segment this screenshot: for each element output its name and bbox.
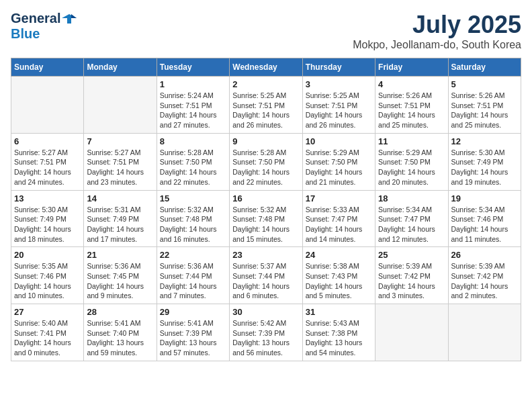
day-number: 24 [306, 250, 372, 260]
calendar-cell: 14Sunrise: 5:31 AM Sunset: 7:49 PM Dayli… [84, 190, 157, 247]
weekday-header-monday: Monday [84, 58, 157, 77]
day-detail: Sunrise: 5:26 AM Sunset: 7:51 PM Dayligh… [451, 91, 518, 130]
calendar-cell: 10Sunrise: 5:29 AM Sunset: 7:50 PM Dayli… [302, 133, 375, 190]
weekday-header-tuesday: Tuesday [157, 58, 229, 77]
day-number: 1 [160, 79, 226, 89]
calendar-week-1: 1Sunrise: 5:24 AM Sunset: 7:51 PM Daylig… [11, 77, 521, 134]
day-number: 28 [87, 307, 153, 317]
day-detail: Sunrise: 5:41 AM Sunset: 7:40 PM Dayligh… [87, 318, 153, 358]
calendar-cell: 23Sunrise: 5:37 AM Sunset: 7:44 PM Dayli… [230, 247, 302, 304]
weekday-header-wednesday: Wednesday [230, 58, 302, 77]
day-detail: Sunrise: 5:35 AM Sunset: 7:46 PM Dayligh… [14, 261, 81, 301]
day-number: 21 [87, 250, 153, 260]
day-number: 25 [378, 250, 445, 260]
weekday-header-thursday: Thursday [302, 58, 375, 77]
day-detail: Sunrise: 5:28 AM Sunset: 7:50 PM Dayligh… [160, 148, 226, 187]
calendar-table: SundayMondayTuesdayWednesdayThursdayFrid… [11, 58, 521, 361]
calendar-cell: 30Sunrise: 5:42 AM Sunset: 7:39 PM Dayli… [230, 304, 302, 361]
day-detail: Sunrise: 5:27 AM Sunset: 7:51 PM Dayligh… [14, 148, 81, 187]
day-number: 10 [306, 136, 372, 146]
calendar-cell: 24Sunrise: 5:38 AM Sunset: 7:43 PM Dayli… [302, 247, 375, 304]
day-detail: Sunrise: 5:32 AM Sunset: 7:48 PM Dayligh… [160, 205, 226, 244]
calendar-week-3: 13Sunrise: 5:30 AM Sunset: 7:49 PM Dayli… [11, 190, 521, 247]
calendar-header-row: SundayMondayTuesdayWednesdayThursdayFrid… [11, 58, 521, 77]
calendar-cell [84, 77, 157, 134]
day-detail: Sunrise: 5:36 AM Sunset: 7:45 PM Dayligh… [87, 261, 153, 301]
day-detail: Sunrise: 5:40 AM Sunset: 7:41 PM Dayligh… [14, 318, 81, 358]
calendar-cell: 11Sunrise: 5:29 AM Sunset: 7:50 PM Dayli… [375, 133, 448, 190]
calendar-cell: 6Sunrise: 5:27 AM Sunset: 7:51 PM Daylig… [11, 133, 84, 190]
day-number: 12 [451, 136, 518, 146]
day-number: 29 [160, 307, 226, 317]
day-number: 6 [14, 136, 81, 146]
location: Mokpo, Jeollanam-do, South Korea [353, 39, 521, 51]
day-number: 9 [232, 136, 299, 146]
day-number: 11 [378, 136, 445, 146]
day-detail: Sunrise: 5:29 AM Sunset: 7:50 PM Dayligh… [306, 148, 372, 187]
day-detail: Sunrise: 5:38 AM Sunset: 7:43 PM Dayligh… [306, 261, 372, 301]
day-number: 5 [451, 79, 518, 89]
calendar-cell: 16Sunrise: 5:32 AM Sunset: 7:48 PM Dayli… [230, 190, 302, 247]
day-number: 7 [87, 136, 153, 146]
calendar-cell: 22Sunrise: 5:36 AM Sunset: 7:44 PM Dayli… [157, 247, 229, 304]
day-detail: Sunrise: 5:27 AM Sunset: 7:51 PM Dayligh… [87, 148, 153, 187]
day-detail: Sunrise: 5:24 AM Sunset: 7:51 PM Dayligh… [160, 91, 226, 130]
calendar-cell: 15Sunrise: 5:32 AM Sunset: 7:48 PM Dayli… [157, 190, 229, 247]
month-title: July 2025 [353, 11, 521, 39]
day-number: 13 [14, 193, 81, 203]
day-number: 31 [306, 307, 372, 317]
calendar-cell [448, 304, 521, 361]
day-number: 17 [306, 193, 372, 203]
calendar-cell: 18Sunrise: 5:34 AM Sunset: 7:47 PM Dayli… [375, 190, 448, 247]
logo-blue: Blue [11, 26, 40, 41]
day-detail: Sunrise: 5:32 AM Sunset: 7:48 PM Dayligh… [232, 205, 299, 244]
day-number: 27 [14, 307, 81, 317]
day-number: 22 [160, 250, 226, 260]
day-number: 16 [232, 193, 299, 203]
page-header: General Blue July 2025 Mokpo, Jeollanam-… [11, 11, 521, 51]
svg-marker-0 [62, 14, 77, 24]
weekday-header-saturday: Saturday [448, 58, 521, 77]
day-detail: Sunrise: 5:41 AM Sunset: 7:39 PM Dayligh… [160, 318, 226, 358]
day-detail: Sunrise: 5:42 AM Sunset: 7:39 PM Dayligh… [232, 318, 299, 358]
logo-general: General [11, 11, 60, 26]
logo: General Blue [11, 11, 77, 42]
calendar-cell: 25Sunrise: 5:39 AM Sunset: 7:42 PM Dayli… [375, 247, 448, 304]
day-number: 23 [232, 250, 299, 260]
day-detail: Sunrise: 5:33 AM Sunset: 7:47 PM Dayligh… [306, 205, 372, 244]
svg-marker-1 [71, 14, 77, 18]
calendar-cell: 20Sunrise: 5:35 AM Sunset: 7:46 PM Dayli… [11, 247, 84, 304]
day-number: 30 [232, 307, 299, 317]
day-number: 15 [160, 193, 226, 203]
calendar-cell: 17Sunrise: 5:33 AM Sunset: 7:47 PM Dayli… [302, 190, 375, 247]
calendar-cell: 29Sunrise: 5:41 AM Sunset: 7:39 PM Dayli… [157, 304, 229, 361]
day-detail: Sunrise: 5:31 AM Sunset: 7:49 PM Dayligh… [87, 205, 153, 244]
calendar-cell: 2Sunrise: 5:25 AM Sunset: 7:51 PM Daylig… [230, 77, 302, 134]
weekday-header-friday: Friday [375, 58, 448, 77]
calendar-cell: 26Sunrise: 5:39 AM Sunset: 7:42 PM Dayli… [448, 247, 521, 304]
calendar-cell: 21Sunrise: 5:36 AM Sunset: 7:45 PM Dayli… [84, 247, 157, 304]
calendar-cell: 31Sunrise: 5:43 AM Sunset: 7:38 PM Dayli… [302, 304, 375, 361]
calendar-cell: 12Sunrise: 5:30 AM Sunset: 7:49 PM Dayli… [448, 133, 521, 190]
day-detail: Sunrise: 5:26 AM Sunset: 7:51 PM Dayligh… [378, 91, 445, 130]
calendar-cell: 5Sunrise: 5:26 AM Sunset: 7:51 PM Daylig… [448, 77, 521, 134]
day-detail: Sunrise: 5:37 AM Sunset: 7:44 PM Dayligh… [232, 261, 299, 301]
day-detail: Sunrise: 5:39 AM Sunset: 7:42 PM Dayligh… [378, 261, 445, 301]
day-number: 2 [232, 79, 299, 89]
calendar-cell: 3Sunrise: 5:25 AM Sunset: 7:51 PM Daylig… [302, 77, 375, 134]
calendar-cell: 1Sunrise: 5:24 AM Sunset: 7:51 PM Daylig… [157, 77, 229, 134]
day-detail: Sunrise: 5:34 AM Sunset: 7:47 PM Dayligh… [378, 205, 445, 244]
day-number: 14 [87, 193, 153, 203]
day-number: 8 [160, 136, 226, 146]
day-detail: Sunrise: 5:34 AM Sunset: 7:46 PM Dayligh… [451, 205, 518, 244]
day-number: 19 [451, 193, 518, 203]
day-detail: Sunrise: 5:25 AM Sunset: 7:51 PM Dayligh… [232, 91, 299, 130]
calendar-week-4: 20Sunrise: 5:35 AM Sunset: 7:46 PM Dayli… [11, 247, 521, 304]
logo-bird-icon [62, 11, 77, 26]
calendar-cell [11, 77, 84, 134]
day-number: 4 [378, 79, 445, 89]
calendar-week-5: 27Sunrise: 5:40 AM Sunset: 7:41 PM Dayli… [11, 304, 521, 361]
day-number: 18 [378, 193, 445, 203]
calendar-cell: 27Sunrise: 5:40 AM Sunset: 7:41 PM Dayli… [11, 304, 84, 361]
title-area: July 2025 Mokpo, Jeollanam-do, South Kor… [353, 11, 521, 51]
